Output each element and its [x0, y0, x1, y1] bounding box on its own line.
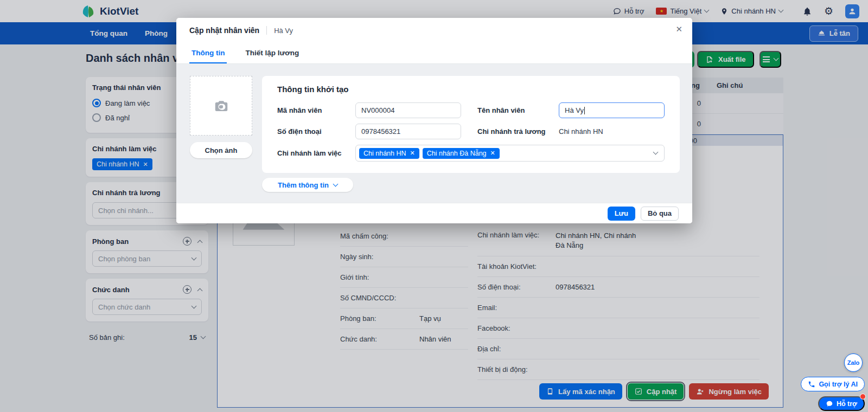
chip-remove-icon[interactable]: ✕: [490, 150, 495, 157]
phone-label: Số điện thoại: [277, 127, 355, 136]
pay-branch-label: Chi nhánh trả lương: [477, 127, 559, 136]
more-info-label: Thêm thông tin: [278, 181, 329, 189]
update-employee-modal: Cập nhật nhân viên Hà Vy ✕ Thông tin Thi…: [176, 18, 692, 223]
modal-header: Cập nhật nhân viên Hà Vy ✕: [176, 18, 692, 43]
section-title: Thông tin khởi tạo: [277, 85, 665, 94]
screen: KiotViet Hỗ trợ ★ Tiếng Việt Chi nhánh H…: [0, 0, 868, 412]
divider: [266, 26, 267, 35]
modal-tabs: Thông tin Thiết lập lương: [176, 43, 692, 64]
modal-employee-name: Hà Vy: [274, 27, 293, 35]
choose-photo-button[interactable]: Chọn ảnh: [190, 142, 252, 158]
tab-info[interactable]: Thông tin: [189, 43, 227, 63]
support-button[interactable]: Hỗ trợ: [818, 396, 865, 411]
init-info-card: Thông tin khởi tạo Mã nhân viên NV000004…: [262, 76, 680, 173]
work-branch-label: Chi nhánh làm việc: [277, 149, 355, 157]
ai-assistant-button[interactable]: Gọi trợ lý AI: [801, 377, 865, 391]
phone-input[interactable]: 0978456321: [355, 124, 461, 139]
employee-code-label: Mã nhân viên: [277, 106, 355, 114]
chip-remove-icon[interactable]: ✕: [410, 150, 415, 157]
photo-dropzone[interactable]: [190, 76, 252, 136]
chip-label: Chi nhánh Đà Nẵng: [427, 150, 487, 157]
phone-value: 0978456321: [361, 127, 400, 136]
employee-code-input[interactable]: NV000004: [355, 102, 461, 118]
work-branch-multiselect[interactable]: Chi nhánh HN ✕ Chi nhánh Đà Nẵng ✕: [355, 145, 665, 162]
notification-dot: [860, 394, 866, 400]
chevron-down-icon: [333, 181, 338, 186]
employee-name-input[interactable]: Hà Vy: [559, 102, 665, 118]
modal-footer: Lưu Bỏ qua: [176, 203, 692, 223]
employee-name-label: Tên nhân viên: [477, 106, 559, 114]
work-branch-chip[interactable]: Chi nhánh HN ✕: [359, 148, 419, 159]
cancel-button[interactable]: Bỏ qua: [641, 207, 679, 221]
form-column: Thông tin khởi tạo Mã nhân viên NV000004…: [262, 76, 680, 203]
text-caret: [584, 107, 585, 114]
ai-label: Gọi trợ lý AI: [819, 381, 858, 388]
support-label: Hỗ trợ: [837, 400, 857, 408]
more-info-toggle[interactable]: Thêm thông tin: [262, 178, 353, 192]
chip-label: Chi nhánh HN: [363, 150, 406, 157]
zalo-widget[interactable]: Zalo: [844, 353, 863, 372]
support-chat-icon: [826, 400, 833, 408]
chevron-down-icon: [653, 150, 659, 155]
employee-name-value: Hà Vy: [565, 106, 584, 114]
phone-icon: [808, 381, 815, 388]
close-icon[interactable]: ✕: [675, 24, 682, 34]
tab-salary-setup[interactable]: Thiết lập lương: [243, 43, 301, 63]
camera-icon: [213, 98, 229, 114]
photo-column: Chọn ảnh: [190, 76, 252, 203]
modal-body: Chọn ảnh Thông tin khởi tạo Mã nhân viên…: [176, 64, 692, 203]
pay-branch-value: Chi nhánh HN: [559, 127, 603, 136]
modal-title: Cập nhật nhân viên: [189, 26, 259, 35]
zalo-label: Zalo: [847, 359, 860, 366]
employee-code-value: NV000004: [361, 106, 394, 114]
work-branch-chip[interactable]: Chi nhánh Đà Nẵng ✕: [423, 148, 500, 159]
save-button[interactable]: Lưu: [608, 207, 635, 221]
